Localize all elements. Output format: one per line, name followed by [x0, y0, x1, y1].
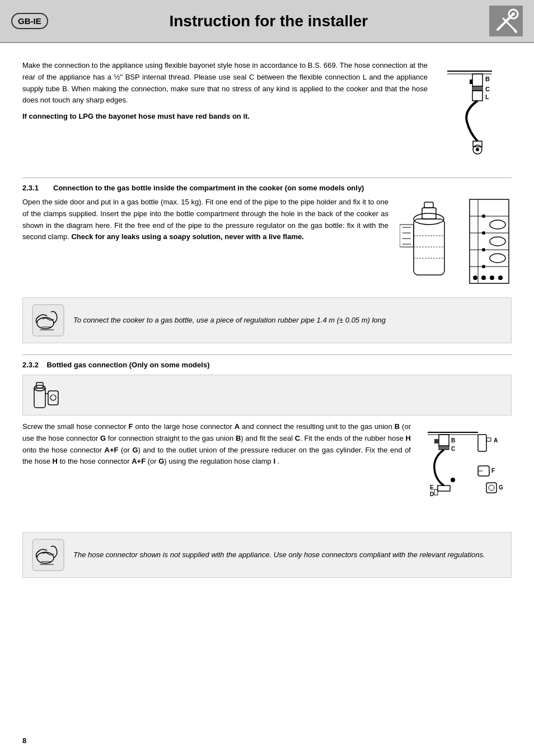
svg-rect-47	[32, 305, 64, 336]
svg-rect-8	[472, 74, 483, 86]
note-box-232: The hose connector shown is not supplied…	[22, 532, 512, 578]
svg-rect-78	[32, 539, 64, 571]
note-text-232: The hose connector shown is not supplied…	[73, 549, 485, 561]
section-231-text: Open the side door and put in a gas bott…	[22, 197, 388, 243]
svg-line-5	[514, 30, 516, 32]
svg-point-55	[50, 395, 56, 400]
section-231: 2.3.1 Connection to the gas bottle insid…	[22, 184, 512, 286]
svg-text:D: D	[430, 491, 434, 497]
svg-text:E: E	[430, 484, 434, 491]
intro-connection-diagram: B C L	[439, 60, 512, 161]
svg-text:L: L	[485, 94, 489, 100]
section-232-title: Bottled gas connection (Only on some mod…	[46, 361, 209, 369]
svg-rect-13	[472, 91, 483, 101]
svg-rect-60	[434, 439, 439, 444]
svg-point-36	[490, 220, 505, 229]
section-232-text-block: Screw the small hose connector F onto th…	[22, 421, 411, 468]
svg-rect-69	[486, 438, 491, 441]
svg-point-3	[512, 12, 515, 16]
svg-rect-30	[470, 199, 509, 283]
svg-rect-61	[439, 446, 449, 450]
svg-text:F: F	[491, 468, 495, 474]
divider-1	[22, 178, 512, 178]
intro-section: Make the connection to the appliance usi…	[22, 60, 512, 161]
divider-2	[22, 354, 512, 355]
svg-text:B: B	[485, 76, 490, 82]
svg-rect-9	[470, 80, 472, 84]
svg-text:C: C	[485, 86, 490, 92]
intro-paragraph: Make the connection to the appliance usi…	[22, 61, 428, 104]
section-231-header: 2.3.1 Connection to the gas bottle insid…	[22, 184, 512, 192]
svg-text:C: C	[451, 446, 455, 452]
svg-point-37	[490, 237, 505, 246]
section-231-bold: Check for any leaks using a soapy soluti…	[71, 232, 303, 241]
svg-point-46	[498, 276, 503, 280]
svg-rect-11	[472, 86, 483, 91]
section-232-number: 2.3.2	[22, 361, 39, 369]
note-232-text: The hose connector shown is not supplied…	[73, 550, 485, 559]
section-231-number: 2.3.1	[22, 184, 45, 192]
page-title: Instruction for the installer	[48, 12, 489, 30]
country-logo: GB-IE	[11, 13, 48, 29]
section-232: 2.3.2 Bottled gas connection (Only on so…	[22, 361, 512, 524]
section-232-paragraph: Screw the small hose connector F onto th…	[22, 421, 411, 468]
svg-text:G: G	[499, 484, 503, 491]
svg-point-75	[489, 485, 494, 491]
svg-rect-64	[438, 486, 450, 491]
intro-text-block: Make the connection to the appliance usi…	[22, 60, 428, 161]
svg-point-44	[481, 276, 486, 280]
svg-point-40	[482, 231, 485, 235]
svg-point-45	[490, 276, 494, 280]
section-232-header: 2.3.2 Bottled gas connection (Only on so…	[22, 361, 512, 369]
svg-rect-65	[434, 489, 438, 495]
section-232-diagram: B C E D	[422, 421, 512, 524]
note-icon-232	[31, 538, 65, 572]
svg-rect-21	[424, 202, 433, 208]
section-231-diagrams	[400, 197, 512, 286]
section-231-body: Open the side door and put in a gas bott…	[22, 197, 512, 286]
section-232-body: Screw the small hose connector F onto th…	[22, 421, 512, 524]
svg-rect-68	[478, 435, 486, 451]
icon-box-232	[22, 375, 512, 416]
svg-text:B: B	[451, 437, 455, 444]
note-text-231: To connect the cooker to a gas bottle, u…	[73, 315, 386, 326]
svg-rect-54	[48, 391, 58, 405]
svg-point-43	[473, 276, 477, 280]
svg-text:A: A	[494, 437, 498, 444]
page-number: 8	[22, 736, 26, 745]
svg-point-38	[490, 254, 505, 263]
section-231-title: Connection to the gas bottle inside the …	[53, 184, 364, 192]
page-header: GB-IE Instruction for the installer	[0, 0, 534, 43]
svg-point-42	[482, 265, 485, 268]
svg-point-77	[451, 478, 455, 482]
tools-icon	[489, 6, 523, 36]
svg-rect-74	[486, 483, 496, 493]
svg-rect-25	[400, 225, 414, 247]
intro-bold-line: If connecting to LPG the bayonet hose mu…	[22, 111, 428, 123]
svg-point-41	[482, 248, 485, 251]
note-icon-231	[31, 304, 65, 337]
svg-point-39	[482, 214, 485, 218]
gas-bottle-icon	[30, 380, 60, 410]
note-box-231: To connect the cooker to a gas bottle, u…	[22, 297, 512, 343]
svg-point-17	[476, 148, 479, 151]
svg-rect-59	[439, 435, 449, 446]
